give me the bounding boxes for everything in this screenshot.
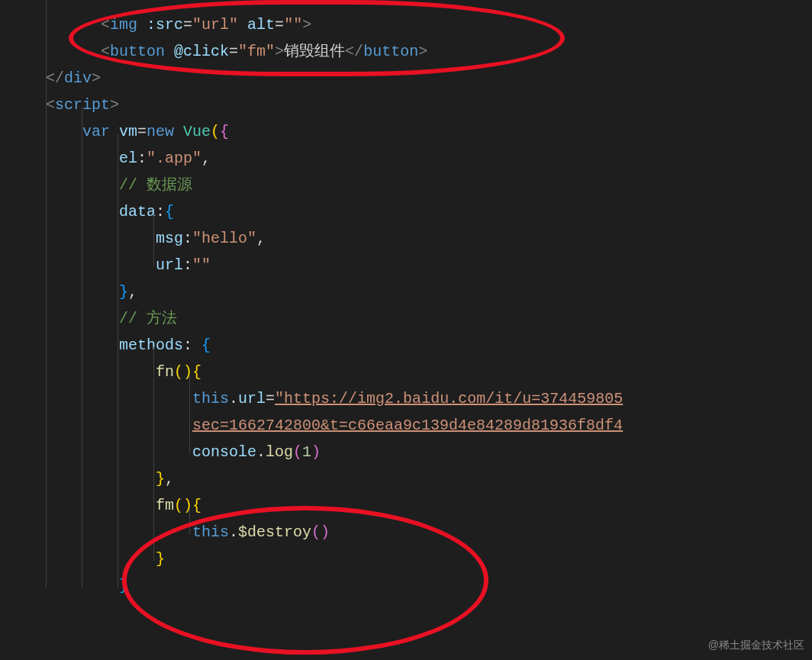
paren: ( <box>293 443 302 461</box>
dot: . <box>256 443 266 461</box>
paren: () <box>174 363 192 381</box>
paren: () <box>174 497 192 514</box>
brace: } <box>156 550 165 568</box>
code-line[interactable]: fn(){ <box>46 359 812 385</box>
code-line[interactable]: el:".app", <box>46 145 812 172</box>
code-line[interactable]: console.log(1) <box>46 439 812 465</box>
colon: : <box>156 203 165 221</box>
code-line[interactable]: // 方法 <box>46 305 812 332</box>
tag-name: img <box>110 16 137 34</box>
function-name: log <box>266 443 293 461</box>
tag-bracket: < <box>46 96 55 114</box>
attr-value: "url" <box>192 16 238 34</box>
string-url: sec=1662742800&t=c66eaa9c139d4e84289d819… <box>192 417 623 434</box>
colon: : <box>183 336 201 354</box>
brace: { <box>192 363 201 381</box>
code-line[interactable]: data:{ <box>46 198 812 225</box>
code-line[interactable]: fm(){ <box>46 492 812 519</box>
tag-bracket: > <box>92 69 101 87</box>
equals: = <box>266 390 275 407</box>
code-line[interactable]: var vm=new Vue({ <box>46 118 812 145</box>
comma: , <box>128 283 137 301</box>
tag-bracket: > <box>302 16 311 34</box>
property: methods <box>119 336 183 354</box>
code-line[interactable]: url:"" <box>46 252 812 278</box>
comment: // 数据源 <box>119 176 192 194</box>
class-name: Vue <box>174 123 211 140</box>
code-line[interactable]: }, <box>46 278 812 305</box>
tag-bracket: < <box>101 43 110 60</box>
text-content: 销毁组件 <box>284 43 345 60</box>
this-keyword: this <box>192 523 229 541</box>
equals: = <box>137 123 147 140</box>
tag-bracket: < <box>101 16 110 34</box>
comment: // 方法 <box>119 310 177 327</box>
equals: = <box>183 16 192 34</box>
code-line[interactable]: } <box>46 546 812 572</box>
keyword: new <box>147 123 174 140</box>
property: url <box>156 256 183 274</box>
string: "" <box>192 256 211 274</box>
function-name: fm <box>156 497 174 514</box>
code-line[interactable]: this.url="https://img2.baidu.com/it/u=37… <box>46 385 812 412</box>
colon: : <box>137 150 147 167</box>
tag-name: div <box>64 69 92 87</box>
attr-name: @click <box>165 43 229 60</box>
attr-name: :src <box>137 16 183 34</box>
paren: ) <box>311 443 321 461</box>
string-url: "https://img2.baidu.com/it/u=374459805 <box>275 390 623 407</box>
this-keyword: this <box>192 390 229 407</box>
number: 1 <box>302 443 311 461</box>
brace: { <box>201 336 211 354</box>
brace: { <box>165 203 174 221</box>
equals: = <box>229 43 238 60</box>
property: el <box>119 150 137 167</box>
tag-bracket: > <box>418 43 427 60</box>
code-line[interactable]: <button @click="fm">销毁组件</button> <box>46 38 812 65</box>
paren: () <box>311 523 330 541</box>
dot: . <box>229 523 238 541</box>
code-line[interactable]: <img :src="url" alt=""> <box>46 11 812 38</box>
code-line[interactable]: <script> <box>46 92 812 118</box>
brace: { <box>192 497 201 514</box>
comma: , <box>201 150 211 167</box>
watermark: @稀土掘金技术社区 <box>708 639 804 652</box>
brace: { <box>220 123 229 140</box>
string: ".app" <box>147 150 201 167</box>
paren: ( <box>211 123 220 140</box>
code-line[interactable]: </div> <box>46 65 812 92</box>
tag-name: button <box>363 43 418 60</box>
tag-name: button <box>110 43 165 60</box>
code-line[interactable]: methods: { <box>46 332 812 359</box>
brace: } <box>119 283 128 301</box>
code-line[interactable]: // 数据源 <box>46 172 812 198</box>
code-editor[interactable]: <img :src="url" alt=""> <button @click="… <box>0 0 812 599</box>
variable: vm <box>110 123 137 140</box>
code-line[interactable]: this.$destroy() <box>46 519 812 546</box>
tag-bracket: > <box>275 43 284 60</box>
comma: , <box>165 470 174 488</box>
attr-value: "fm" <box>238 43 275 60</box>
tag-name: script <box>55 96 110 114</box>
property: url <box>238 390 266 407</box>
equals: = <box>275 16 284 34</box>
code-line[interactable]: } <box>46 572 812 599</box>
attr-name: alt <box>238 16 275 34</box>
colon: : <box>183 230 192 247</box>
property: msg <box>156 230 183 247</box>
code-line[interactable]: }, <box>46 465 812 492</box>
attr-value: "" <box>284 16 302 34</box>
function-name: $destroy <box>238 523 311 541</box>
function-name: fn <box>156 363 174 381</box>
tag-bracket: > <box>110 96 119 114</box>
brace: } <box>156 470 165 488</box>
colon: : <box>183 256 192 274</box>
keyword: var <box>82 123 110 140</box>
property: data <box>119 203 156 221</box>
string: "hello" <box>192 230 256 247</box>
brace: } <box>119 577 128 594</box>
console: console <box>192 443 256 461</box>
dot: . <box>229 390 238 407</box>
code-line[interactable]: sec=1662742800&t=c66eaa9c139d4e84289d819… <box>46 412 812 439</box>
code-line[interactable]: msg:"hello", <box>46 225 812 252</box>
